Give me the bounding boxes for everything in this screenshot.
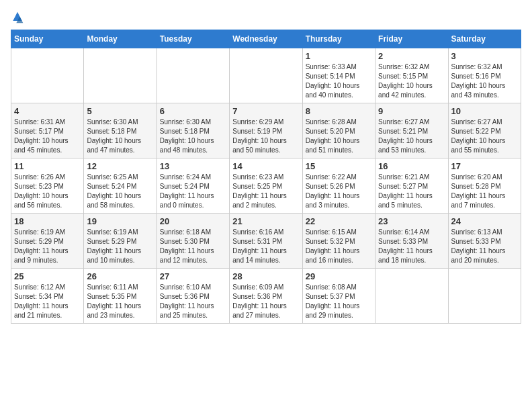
calendar-cell: 25Sunrise: 6:12 AM Sunset: 5:34 PM Dayli… — [11, 269, 84, 324]
day-info: Sunrise: 6:20 AM Sunset: 5:28 PM Dayligh… — [451, 173, 518, 210]
day-number: 5 — [87, 106, 153, 116]
calendar-cell: 13Sunrise: 6:24 AM Sunset: 5:24 PM Dayli… — [157, 158, 229, 214]
calendar-cell: 5Sunrise: 6:30 AM Sunset: 5:18 PM Daylig… — [84, 103, 157, 158]
calendar-cell — [230, 48, 302, 103]
day-number: 10 — [451, 106, 518, 116]
calendar-cell: 12Sunrise: 6:25 AM Sunset: 5:24 PM Dayli… — [84, 158, 157, 214]
calendar-cell: 4Sunrise: 6:31 AM Sunset: 5:17 PM Daylig… — [11, 103, 84, 158]
day-number: 18 — [14, 216, 81, 226]
day-info: Sunrise: 6:08 AM Sunset: 5:37 PM Dayligh… — [306, 283, 372, 320]
calendar-cell: 2Sunrise: 6:32 AM Sunset: 5:15 PM Daylig… — [375, 48, 448, 103]
day-header-friday: Friday — [375, 30, 448, 48]
day-number: 29 — [306, 271, 372, 281]
day-number: 25 — [14, 271, 81, 281]
calendar-cell: 17Sunrise: 6:20 AM Sunset: 5:28 PM Dayli… — [448, 158, 521, 214]
day-number: 27 — [160, 271, 226, 281]
day-info: Sunrise: 6:23 AM Sunset: 5:25 PM Dayligh… — [232, 173, 299, 210]
day-info: Sunrise: 6:16 AM Sunset: 5:31 PM Dayligh… — [232, 228, 299, 265]
day-number: 11 — [14, 161, 81, 171]
logo — [11, 11, 27, 24]
day-number: 15 — [306, 161, 372, 171]
day-number: 3 — [451, 51, 518, 61]
day-info: Sunrise: 6:24 AM Sunset: 5:24 PM Dayligh… — [160, 173, 226, 210]
day-header-tuesday: Tuesday — [157, 30, 229, 48]
day-number: 21 — [232, 216, 299, 226]
day-header-wednesday: Wednesday — [230, 30, 302, 48]
calendar-week-row: 11Sunrise: 6:26 AM Sunset: 5:23 PM Dayli… — [11, 158, 521, 214]
day-number: 16 — [378, 161, 445, 171]
day-info: Sunrise: 6:25 AM Sunset: 5:24 PM Dayligh… — [87, 173, 153, 210]
day-number: 8 — [306, 106, 372, 116]
calendar-week-row: 25Sunrise: 6:12 AM Sunset: 5:34 PM Dayli… — [11, 269, 521, 324]
day-number: 12 — [87, 161, 153, 171]
calendar-cell: 29Sunrise: 6:08 AM Sunset: 5:37 PM Dayli… — [302, 269, 375, 324]
day-info: Sunrise: 6:29 AM Sunset: 5:19 PM Dayligh… — [232, 118, 299, 155]
calendar-cell: 11Sunrise: 6:26 AM Sunset: 5:23 PM Dayli… — [11, 158, 84, 214]
day-info: Sunrise: 6:18 AM Sunset: 5:30 PM Dayligh… — [160, 228, 226, 265]
day-info: Sunrise: 6:19 AM Sunset: 5:29 PM Dayligh… — [87, 228, 153, 265]
calendar-week-row: 4Sunrise: 6:31 AM Sunset: 5:17 PM Daylig… — [11, 103, 521, 158]
calendar-cell — [375, 269, 448, 324]
day-info: Sunrise: 6:32 AM Sunset: 5:16 PM Dayligh… — [451, 62, 518, 100]
day-info: Sunrise: 6:19 AM Sunset: 5:29 PM Dayligh… — [14, 228, 81, 265]
calendar-header-row: SundayMondayTuesdayWednesdayThursdayFrid… — [11, 30, 521, 48]
day-info: Sunrise: 6:12 AM Sunset: 5:34 PM Dayligh… — [14, 283, 81, 320]
day-info: Sunrise: 6:30 AM Sunset: 5:18 PM Dayligh… — [87, 118, 153, 155]
day-info: Sunrise: 6:09 AM Sunset: 5:36 PM Dayligh… — [232, 283, 299, 320]
day-info: Sunrise: 6:32 AM Sunset: 5:15 PM Dayligh… — [378, 62, 445, 100]
calendar-cell: 21Sunrise: 6:16 AM Sunset: 5:31 PM Dayli… — [230, 214, 302, 269]
calendar-cell: 19Sunrise: 6:19 AM Sunset: 5:29 PM Dayli… — [84, 214, 157, 269]
day-number: 20 — [160, 216, 226, 226]
calendar-cell: 24Sunrise: 6:13 AM Sunset: 5:33 PM Dayli… — [448, 214, 521, 269]
day-number: 22 — [306, 216, 372, 226]
day-number: 17 — [451, 161, 518, 171]
calendar-cell: 26Sunrise: 6:11 AM Sunset: 5:35 PM Dayli… — [84, 269, 157, 324]
day-info: Sunrise: 6:28 AM Sunset: 5:20 PM Dayligh… — [306, 118, 372, 155]
calendar-cell: 6Sunrise: 6:30 AM Sunset: 5:18 PM Daylig… — [157, 103, 229, 158]
day-number: 24 — [451, 216, 518, 226]
day-header-monday: Monday — [84, 30, 157, 48]
day-info: Sunrise: 6:22 AM Sunset: 5:26 PM Dayligh… — [306, 173, 372, 210]
calendar-cell: 27Sunrise: 6:10 AM Sunset: 5:36 PM Dayli… — [157, 269, 229, 324]
day-info: Sunrise: 6:21 AM Sunset: 5:27 PM Dayligh… — [378, 173, 445, 210]
calendar-cell — [84, 48, 157, 103]
logo-icon — [11, 11, 24, 24]
day-number: 19 — [87, 216, 153, 226]
calendar-cell: 20Sunrise: 6:18 AM Sunset: 5:30 PM Dayli… — [157, 214, 229, 269]
day-info: Sunrise: 6:31 AM Sunset: 5:17 PM Dayligh… — [14, 118, 81, 155]
day-number: 13 — [160, 161, 226, 171]
calendar-cell: 3Sunrise: 6:32 AM Sunset: 5:16 PM Daylig… — [448, 48, 521, 103]
calendar-cell: 1Sunrise: 6:33 AM Sunset: 5:14 PM Daylig… — [302, 48, 375, 103]
day-info: Sunrise: 6:13 AM Sunset: 5:33 PM Dayligh… — [451, 228, 518, 265]
page-header — [11, 11, 521, 24]
day-number: 9 — [378, 106, 445, 116]
day-info: Sunrise: 6:14 AM Sunset: 5:33 PM Dayligh… — [378, 228, 445, 265]
day-info: Sunrise: 6:10 AM Sunset: 5:36 PM Dayligh… — [160, 283, 226, 320]
calendar-cell — [448, 269, 521, 324]
day-header-sunday: Sunday — [11, 30, 84, 48]
day-info: Sunrise: 6:15 AM Sunset: 5:32 PM Dayligh… — [306, 228, 372, 265]
day-number: 28 — [232, 271, 299, 281]
day-info: Sunrise: 6:30 AM Sunset: 5:18 PM Dayligh… — [160, 118, 226, 155]
day-info: Sunrise: 6:27 AM Sunset: 5:21 PM Dayligh… — [378, 118, 445, 155]
calendar-cell — [11, 48, 84, 103]
day-number: 7 — [232, 106, 299, 116]
calendar-cell: 16Sunrise: 6:21 AM Sunset: 5:27 PM Dayli… — [375, 158, 448, 214]
day-number: 26 — [87, 271, 153, 281]
calendar-week-row: 18Sunrise: 6:19 AM Sunset: 5:29 PM Dayli… — [11, 214, 521, 269]
calendar-cell: 23Sunrise: 6:14 AM Sunset: 5:33 PM Dayli… — [375, 214, 448, 269]
calendar-table: SundayMondayTuesdayWednesdayThursdayFrid… — [11, 30, 521, 324]
calendar-cell: 22Sunrise: 6:15 AM Sunset: 5:32 PM Dayli… — [302, 214, 375, 269]
day-number: 1 — [306, 51, 372, 61]
day-number: 23 — [378, 216, 445, 226]
day-info: Sunrise: 6:11 AM Sunset: 5:35 PM Dayligh… — [87, 283, 153, 320]
calendar-cell — [157, 48, 229, 103]
day-header-saturday: Saturday — [448, 30, 521, 48]
day-number: 14 — [232, 161, 299, 171]
calendar-cell: 15Sunrise: 6:22 AM Sunset: 5:26 PM Dayli… — [302, 158, 375, 214]
calendar-cell: 8Sunrise: 6:28 AM Sunset: 5:20 PM Daylig… — [302, 103, 375, 158]
calendar-cell: 9Sunrise: 6:27 AM Sunset: 5:21 PM Daylig… — [375, 103, 448, 158]
calendar-cell: 7Sunrise: 6:29 AM Sunset: 5:19 PM Daylig… — [230, 103, 302, 158]
day-info: Sunrise: 6:33 AM Sunset: 5:14 PM Dayligh… — [306, 62, 372, 100]
day-number: 4 — [14, 106, 81, 116]
